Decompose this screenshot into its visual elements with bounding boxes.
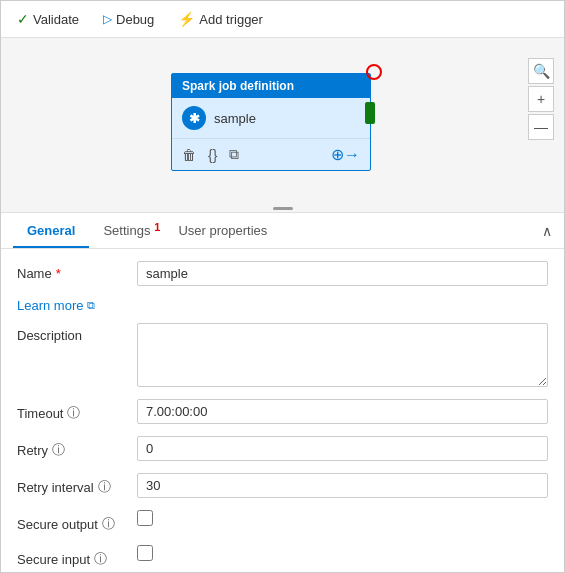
tabs: General Settings 1 User properties ∧ bbox=[1, 213, 564, 249]
retry-input[interactable] bbox=[137, 436, 548, 461]
secure-input-label: Secure input ⓘ bbox=[17, 545, 137, 568]
secure-output-info-icon[interactable]: ⓘ bbox=[102, 515, 115, 533]
secure-output-label: Secure output ⓘ bbox=[17, 510, 137, 533]
node-header: Spark job definition bbox=[172, 74, 370, 98]
debug-icon: ▷ bbox=[103, 12, 112, 26]
learn-more-link[interactable]: Learn more ⧉ bbox=[17, 298, 95, 313]
code-icon[interactable]: {} bbox=[208, 147, 217, 163]
name-input[interactable] bbox=[137, 261, 548, 286]
trigger-icon: ⚡ bbox=[178, 11, 195, 27]
copy-icon[interactable]: ⧉ bbox=[229, 146, 239, 163]
description-row: Description bbox=[17, 323, 548, 387]
retry-info-icon[interactable]: ⓘ bbox=[52, 441, 65, 459]
plus-icon: + bbox=[537, 91, 545, 107]
search-canvas-button[interactable]: 🔍 bbox=[528, 58, 554, 84]
node-error-indicator bbox=[366, 64, 382, 80]
description-label: Description bbox=[17, 323, 137, 343]
retry-label: Retry ⓘ bbox=[17, 436, 137, 459]
timeout-row: Timeout ⓘ bbox=[17, 399, 548, 424]
retry-interval-info-icon[interactable]: ⓘ bbox=[98, 478, 111, 496]
node-footer: 🗑 {} ⧉ ⊕→ bbox=[172, 138, 370, 170]
secure-input-row: Secure input ⓘ bbox=[17, 545, 548, 568]
retry-interval-label: Retry interval ⓘ bbox=[17, 473, 137, 496]
spark-icon: ✱ bbox=[182, 106, 206, 130]
minus-icon: — bbox=[534, 119, 548, 135]
general-form: Name * Learn more ⧉ Description Timeout … bbox=[1, 249, 564, 573]
toolbar: ✓ Validate ▷ Debug ⚡ Add trigger bbox=[1, 1, 564, 38]
debug-button[interactable]: ▷ Debug bbox=[99, 10, 158, 29]
zoom-out-button[interactable]: — bbox=[528, 114, 554, 140]
canvas-controls: 🔍 + — bbox=[528, 58, 554, 140]
collapse-bar bbox=[273, 207, 293, 210]
debug-label: Debug bbox=[116, 12, 154, 27]
secure-input-info-icon[interactable]: ⓘ bbox=[94, 550, 107, 568]
validate-button[interactable]: ✓ Validate bbox=[13, 9, 83, 29]
connect-icon[interactable]: ⊕→ bbox=[331, 145, 360, 164]
external-link-icon: ⧉ bbox=[87, 299, 95, 312]
properties-panel: General Settings 1 User properties ∧ Nam… bbox=[1, 213, 564, 573]
node-name: sample bbox=[214, 111, 256, 126]
canvas: Spark job definition ✱ sample 🗑 {} ⧉ ⊕→ … bbox=[1, 38, 564, 213]
tab-general[interactable]: General bbox=[13, 213, 89, 248]
name-label: Name * bbox=[17, 261, 137, 281]
secure-input-checkbox[interactable] bbox=[137, 545, 153, 561]
retry-interval-row: Retry interval ⓘ bbox=[17, 473, 548, 498]
add-trigger-button[interactable]: ⚡ Add trigger bbox=[174, 9, 267, 29]
name-required-star: * bbox=[56, 266, 61, 281]
learn-more-row: Learn more ⧉ bbox=[17, 298, 548, 313]
add-trigger-label: Add trigger bbox=[199, 12, 263, 27]
timeout-label: Timeout ⓘ bbox=[17, 399, 137, 422]
search-icon: 🔍 bbox=[533, 63, 550, 79]
tab-settings[interactable]: Settings 1 bbox=[89, 213, 164, 248]
tab-user-properties[interactable]: User properties bbox=[164, 213, 281, 248]
settings-badge: 1 bbox=[154, 221, 160, 233]
retry-interval-input[interactable] bbox=[137, 473, 548, 498]
secure-output-row: Secure output ⓘ bbox=[17, 510, 548, 533]
validate-icon: ✓ bbox=[17, 11, 29, 27]
node-success-indicator bbox=[365, 102, 375, 124]
collapse-panel-chevron[interactable]: ∧ bbox=[542, 223, 552, 239]
secure-output-checkbox[interactable] bbox=[137, 510, 153, 526]
validate-label: Validate bbox=[33, 12, 79, 27]
retry-row: Retry ⓘ bbox=[17, 436, 548, 461]
name-row: Name * bbox=[17, 261, 548, 286]
spark-job-node[interactable]: Spark job definition ✱ sample 🗑 {} ⧉ ⊕→ bbox=[171, 73, 371, 171]
zoom-in-button[interactable]: + bbox=[528, 86, 554, 112]
collapse-handle[interactable] bbox=[268, 204, 298, 212]
delete-icon[interactable]: 🗑 bbox=[182, 147, 196, 163]
timeout-info-icon[interactable]: ⓘ bbox=[67, 404, 80, 422]
timeout-input[interactable] bbox=[137, 399, 548, 424]
description-input[interactable] bbox=[137, 323, 548, 387]
node-body: ✱ sample bbox=[172, 98, 370, 138]
